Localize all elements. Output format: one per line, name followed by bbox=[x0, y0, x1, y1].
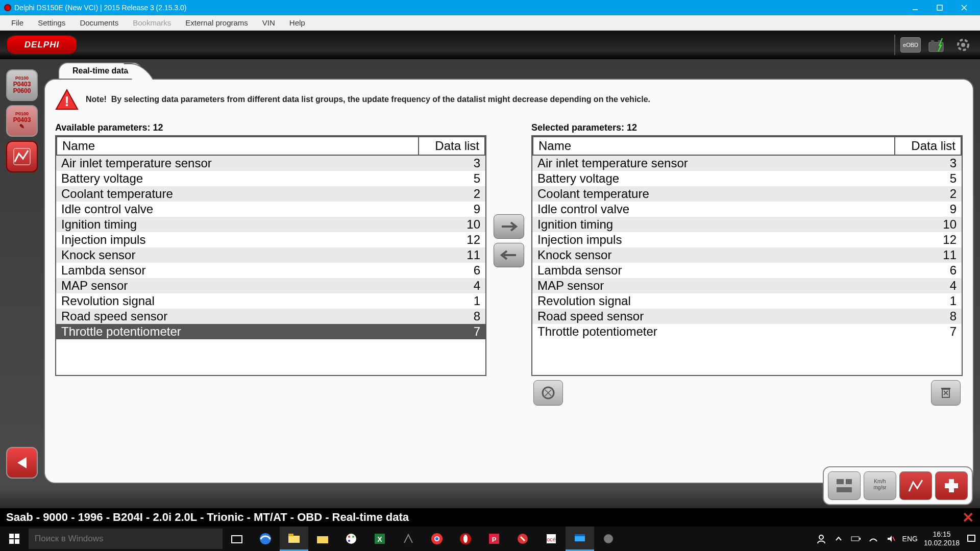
table-row[interactable]: Battery voltage5 bbox=[56, 171, 485, 186]
svg-point-30 bbox=[346, 534, 356, 544]
table-row[interactable]: Air inlet temperature sensor3 bbox=[532, 156, 962, 171]
eobd-button[interactable]: eOBD bbox=[900, 37, 921, 53]
graph-button[interactable] bbox=[899, 471, 932, 500]
table-row[interactable]: Air inlet temperature sensor3 bbox=[56, 156, 485, 171]
svg-rect-27 bbox=[288, 536, 300, 543]
table-row[interactable]: Knock sensor11 bbox=[532, 247, 962, 263]
units-button[interactable]: Km/hmg/sr bbox=[864, 471, 896, 500]
table-row[interactable]: Injection impuls12 bbox=[532, 232, 962, 247]
excel-icon[interactable]: X bbox=[365, 527, 394, 551]
table-row[interactable]: Revolution signal1 bbox=[532, 293, 962, 309]
select-all-button[interactable] bbox=[533, 380, 563, 406]
action-group: Km/hmg/sr bbox=[823, 466, 973, 505]
svg-text:X: X bbox=[377, 535, 382, 543]
volume-icon[interactable] bbox=[885, 533, 896, 544]
table-row[interactable]: Lambda sensor6 bbox=[532, 263, 962, 278]
available-table[interactable]: Name Data list Air inlet temperature sen… bbox=[55, 135, 486, 376]
col-datalist[interactable]: Data list bbox=[419, 137, 485, 155]
svg-rect-50 bbox=[851, 537, 859, 541]
layout-button[interactable] bbox=[828, 471, 861, 500]
svg-rect-47 bbox=[575, 534, 585, 536]
remove-button[interactable] bbox=[494, 243, 524, 267]
svg-rect-13 bbox=[941, 388, 950, 389]
notifications-icon[interactable] bbox=[966, 533, 977, 544]
svg-point-33 bbox=[348, 540, 350, 542]
battery-icon[interactable] bbox=[926, 36, 947, 54]
brand-logo: DELPHI bbox=[6, 35, 78, 55]
menu-help[interactable]: Help bbox=[282, 16, 312, 29]
app-icon-2[interactable] bbox=[508, 527, 537, 551]
table-row[interactable]: Road speed sensor8 bbox=[56, 309, 485, 324]
table-row[interactable]: Battery voltage5 bbox=[532, 171, 962, 186]
settings-icon[interactable] bbox=[952, 34, 974, 56]
task-view-icon[interactable] bbox=[223, 527, 251, 551]
table-row[interactable]: Throttle potentiometer7 bbox=[56, 324, 485, 339]
col-name[interactable]: Name bbox=[533, 137, 895, 155]
tray-chevron-icon[interactable] bbox=[833, 533, 844, 544]
menu-vin[interactable]: VIN bbox=[255, 16, 282, 29]
opera-icon[interactable] bbox=[451, 527, 480, 551]
chrome-icon[interactable] bbox=[423, 527, 451, 551]
menu-file[interactable]: File bbox=[4, 16, 31, 29]
menu-bookmarks: Bookmarks bbox=[126, 16, 178, 29]
battery-tray-icon[interactable] bbox=[850, 533, 862, 544]
selected-table[interactable]: Name Data list Air inlet temperature sen… bbox=[531, 135, 963, 376]
back-button[interactable] bbox=[6, 447, 38, 479]
table-row[interactable]: MAP sensor4 bbox=[532, 278, 962, 293]
powerpoint-icon[interactable]: P bbox=[480, 527, 508, 551]
table-row[interactable]: Road speed sensor8 bbox=[532, 309, 962, 324]
table-row[interactable]: Throttle potentiometer7 bbox=[532, 324, 962, 339]
record-button[interactable] bbox=[935, 471, 968, 500]
svg-text:Km/h: Km/h bbox=[874, 479, 886, 484]
warning-icon: ! bbox=[55, 88, 79, 111]
delphi-app-icon[interactable] bbox=[566, 527, 594, 551]
table-row[interactable]: Coolant temperature2 bbox=[532, 186, 962, 202]
sidebar-realtime-button[interactable] bbox=[6, 141, 38, 172]
svg-rect-21 bbox=[9, 534, 14, 538]
network-icon[interactable] bbox=[868, 533, 879, 544]
table-row[interactable]: Ignition timing10 bbox=[56, 217, 485, 232]
app-icon-3[interactable]: océ bbox=[537, 527, 566, 551]
table-row[interactable]: Ignition timing10 bbox=[532, 217, 962, 232]
clear-button[interactable] bbox=[931, 380, 961, 406]
table-row[interactable]: Knock sensor11 bbox=[56, 247, 485, 263]
add-button[interactable] bbox=[494, 214, 524, 239]
table-row[interactable]: Idle control valve9 bbox=[56, 202, 485, 217]
clock[interactable]: 16:15 10.02.2018 bbox=[924, 530, 960, 547]
folder-icon[interactable] bbox=[308, 527, 337, 551]
app-icon-1[interactable] bbox=[394, 527, 423, 551]
table-row[interactable]: Lambda sensor6 bbox=[56, 263, 485, 278]
close-button[interactable] bbox=[952, 1, 976, 15]
table-row[interactable]: Revolution signal1 bbox=[56, 293, 485, 309]
edge-icon[interactable] bbox=[251, 527, 280, 551]
sidebar-dtc-erase-button[interactable]: P0100 P0403 ✎ bbox=[6, 105, 38, 137]
table-row[interactable]: Idle control valve9 bbox=[532, 202, 962, 217]
table-row[interactable]: Coolant temperature2 bbox=[56, 186, 485, 202]
table-row[interactable]: Injection impuls12 bbox=[56, 232, 485, 247]
svg-rect-28 bbox=[288, 534, 293, 536]
window-title: Delphi DS150E (New VCI) | 2015 Release 3… bbox=[14, 4, 186, 12]
menu-documents[interactable]: Documents bbox=[72, 16, 126, 29]
paint-icon[interactable] bbox=[337, 527, 365, 551]
menu-bar: FileSettingsDocumentsBookmarksExternal p… bbox=[0, 15, 980, 31]
table-row[interactable]: MAP sensor4 bbox=[56, 278, 485, 293]
main-area: P0100 P0403 P0600 P0100 P0403 ✎ Real-tim… bbox=[0, 59, 980, 488]
svg-point-8 bbox=[961, 43, 965, 47]
sidebar-dtc-button[interactable]: P0100 P0403 P0600 bbox=[6, 69, 38, 101]
start-button[interactable] bbox=[0, 527, 29, 551]
left-sidebar: P0100 P0403 P0600 P0100 P0403 ✎ bbox=[0, 59, 44, 488]
explorer-icon[interactable] bbox=[280, 527, 308, 551]
search-input[interactable] bbox=[29, 529, 223, 549]
svg-point-40 bbox=[463, 535, 468, 543]
breadcrumb-close-icon[interactable]: ✕ bbox=[962, 509, 974, 526]
language-indicator[interactable]: ENG bbox=[902, 535, 918, 543]
people-icon[interactable] bbox=[816, 533, 827, 544]
minimize-button[interactable] bbox=[903, 1, 927, 15]
col-datalist[interactable]: Data list bbox=[895, 137, 961, 155]
maximize-button[interactable] bbox=[928, 1, 951, 15]
menu-settings[interactable]: Settings bbox=[31, 16, 72, 29]
col-name[interactable]: Name bbox=[57, 137, 419, 155]
svg-rect-51 bbox=[860, 538, 861, 540]
app-icon-4[interactable] bbox=[594, 527, 623, 551]
menu-external-programs[interactable]: External programs bbox=[178, 16, 255, 29]
